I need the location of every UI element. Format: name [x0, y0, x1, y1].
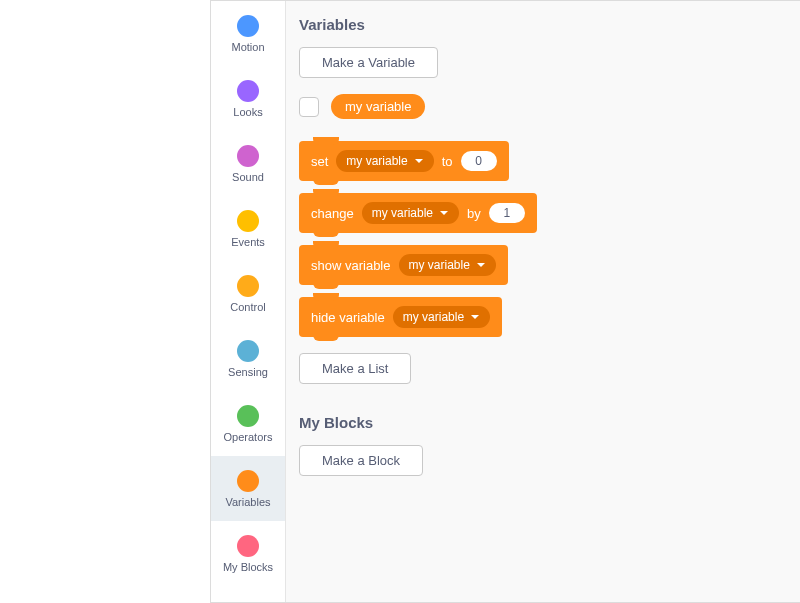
category-variables[interactable]: Variables	[211, 456, 285, 521]
section-title-variables: Variables	[299, 16, 585, 33]
make-list-button[interactable]: Make a List	[299, 353, 411, 384]
change-variable-block[interactable]: change my variable by 1	[299, 193, 537, 233]
block-text: by	[467, 206, 481, 221]
category-color-icon	[237, 535, 259, 557]
category-label: Operators	[224, 431, 273, 443]
category-color-icon	[237, 15, 259, 37]
section-title-myblocks: My Blocks	[299, 414, 585, 431]
category-control[interactable]: Control	[211, 261, 285, 326]
block-text: show variable	[311, 258, 391, 273]
set-variable-block[interactable]: set my variable to 0	[299, 141, 509, 181]
category-strip: MotionLooksSoundEventsControlSensingOper…	[211, 1, 286, 602]
category-label: My Blocks	[223, 561, 273, 573]
dropdown-label: my variable	[372, 206, 433, 220]
category-label: Motion	[231, 41, 264, 53]
category-looks[interactable]: Looks	[211, 66, 285, 131]
make-block-button[interactable]: Make a Block	[299, 445, 423, 476]
hide-variable-block[interactable]: hide variable my variable	[299, 297, 502, 337]
number-input[interactable]: 1	[489, 203, 525, 223]
category-myblocks[interactable]: My Blocks	[211, 521, 285, 586]
variable-reporter-block[interactable]: my variable	[331, 94, 425, 119]
category-color-icon	[237, 340, 259, 362]
category-color-icon	[237, 145, 259, 167]
chevron-down-icon	[470, 312, 480, 322]
number-input[interactable]: 0	[461, 151, 497, 171]
category-label: Sensing	[228, 366, 268, 378]
category-events[interactable]: Events	[211, 196, 285, 261]
variable-visibility-checkbox[interactable]	[299, 97, 319, 117]
category-color-icon	[237, 210, 259, 232]
category-label: Variables	[225, 496, 270, 508]
chevron-down-icon	[414, 156, 424, 166]
block-text: hide variable	[311, 310, 385, 325]
category-label: Sound	[232, 171, 264, 183]
chevron-down-icon	[439, 208, 449, 218]
category-color-icon	[237, 275, 259, 297]
category-color-icon	[237, 80, 259, 102]
dropdown-label: my variable	[346, 154, 407, 168]
category-operators[interactable]: Operators	[211, 391, 285, 456]
category-color-icon	[237, 405, 259, 427]
category-color-icon	[237, 470, 259, 492]
make-variable-button[interactable]: Make a Variable	[299, 47, 438, 78]
dropdown-label: my variable	[409, 258, 470, 272]
category-motion[interactable]: Motion	[211, 1, 285, 66]
block-text: set	[311, 154, 328, 169]
show-variable-block[interactable]: show variable my variable	[299, 245, 508, 285]
chevron-down-icon	[476, 260, 486, 270]
block-text: to	[442, 154, 453, 169]
variable-dropdown[interactable]: my variable	[362, 202, 459, 224]
variable-dropdown[interactable]: my variable	[336, 150, 433, 172]
category-label: Events	[231, 236, 265, 248]
variable-dropdown[interactable]: my variable	[393, 306, 490, 328]
palette-content: Variables Make a Variable my variable se…	[285, 0, 585, 603]
category-sound[interactable]: Sound	[211, 131, 285, 196]
category-label: Control	[230, 301, 265, 313]
block-text: change	[311, 206, 354, 221]
category-label: Looks	[233, 106, 262, 118]
category-sensing[interactable]: Sensing	[211, 326, 285, 391]
variable-dropdown[interactable]: my variable	[399, 254, 496, 276]
dropdown-label: my variable	[403, 310, 464, 324]
